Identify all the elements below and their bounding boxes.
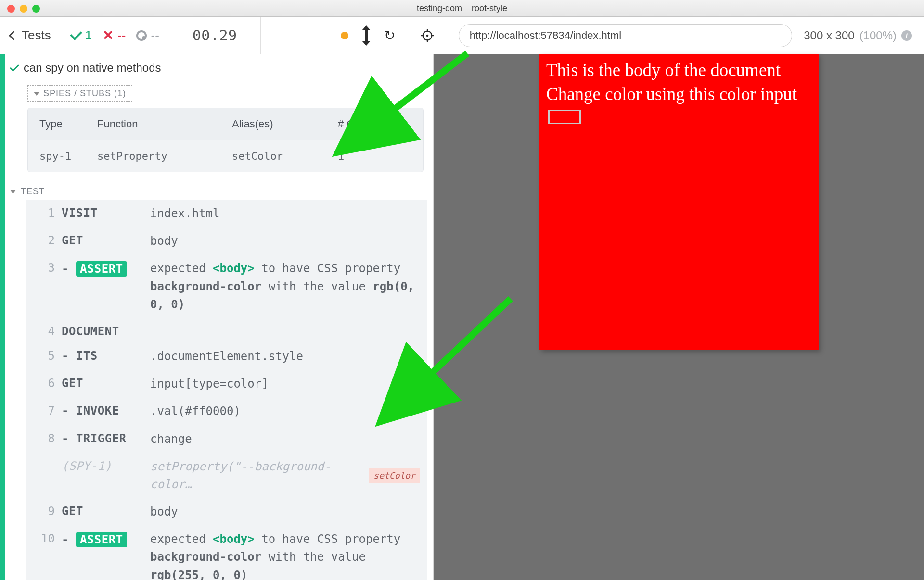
dimensions-text: 300 x 300 — [804, 29, 854, 42]
spies-stubs-toggle[interactable]: SPIES / STUBS (1) — [27, 85, 132, 102]
test-title-row[interactable]: can spy on native methods — [0, 54, 433, 81]
mac-window: testing-dom__root-style Tests 1 ✕-- -- 0… — [0, 0, 924, 580]
back-label: Tests — [22, 28, 51, 43]
assert-message: expected <body> to have CSS property bac… — [150, 530, 420, 580]
spies-header: Type Function Alias(es) # Calls — [28, 108, 423, 140]
caret-down-icon — [10, 190, 16, 194]
cmd-get-body-2[interactable]: 9GETbody — [26, 498, 427, 526]
col-type: Type — [39, 118, 97, 130]
test-body-label: TEST — [21, 187, 45, 197]
url-text: http://localhost:57834/index.html — [470, 29, 622, 42]
cmd-assert-css-red[interactable]: 10- ASSERTexpected <body> to have CSS pr… — [26, 526, 427, 580]
test-body-toggle[interactable]: TEST — [10, 187, 433, 197]
check-icon — [10, 62, 19, 72]
assert-badge: ASSERT — [76, 261, 127, 277]
cmd-visit[interactable]: 1VISITindex.html — [26, 200, 427, 227]
alias-pill: setColor — [369, 468, 420, 483]
stats-pending: -- — [136, 28, 159, 43]
cmd-trigger-change[interactable]: 8- TRIGGERchange — [26, 426, 427, 453]
cmd-its-style[interactable]: 5- ITS.documentElement.style — [26, 343, 427, 370]
col-function: Function — [97, 118, 232, 130]
svg-point-1 — [426, 34, 428, 37]
command-log: 1VISITindex.html 2GETbody 3- ASSERTexpec… — [26, 200, 427, 580]
app-root: testing-dom__root-style Tests 1 ✕-- -- 0… — [0, 0, 924, 580]
crosshair-icon — [421, 29, 434, 42]
col-calls: # Calls — [338, 118, 411, 130]
aut-iframe[interactable]: This is the body of the document Change … — [539, 54, 819, 350]
viewport-controls: ↻ — [328, 17, 408, 54]
cmd-invoke-val[interactable]: 7- INVOKE.val(#ff0000) — [26, 398, 427, 425]
color-input[interactable] — [548, 110, 581, 124]
spy-function: setProperty — [97, 150, 232, 162]
running-indicator-icon — [341, 32, 348, 39]
selector-playground-button[interactable] — [408, 17, 447, 54]
zoom-percent: (100%) — [860, 29, 897, 42]
chevron-left-icon — [9, 31, 18, 40]
cmd-get-colorinput[interactable]: 6GETinput[type=color] — [26, 370, 427, 398]
failed-count: -- — [117, 28, 126, 43]
viewport-dimensions: 300 x 300 (100%) i — [804, 29, 912, 42]
spies-row[interactable]: spy-1 setProperty setColor 1 — [28, 140, 423, 172]
assert-message: expected <body> to have CSS property bac… — [150, 260, 420, 314]
assert-badge: ASSERT — [76, 532, 127, 547]
content-area: can spy on native methods SPIES / STUBS … — [0, 54, 924, 580]
info-icon[interactable]: i — [901, 30, 912, 41]
command-log-panel: can spy on native methods SPIES / STUBS … — [0, 54, 434, 580]
cmd-get-body[interactable]: 2GETbody — [26, 227, 427, 255]
spies-table: Type Function Alias(es) # Calls spy-1 se… — [27, 108, 424, 172]
app-preview-pane: This is the body of the document Change … — [434, 54, 924, 580]
window-title: testing-dom__root-style — [0, 3, 924, 13]
body-text-2: Change color using this color input — [539, 81, 819, 124]
pending-count: -- — [151, 28, 159, 43]
check-icon — [70, 28, 82, 40]
spies-stubs-label: SPIES / STUBS (1) — [43, 88, 126, 99]
spy-calls: 1 — [338, 150, 411, 162]
test-duration: 00.29 — [179, 27, 251, 44]
cmd-document[interactable]: 4DOCUMENT — [26, 318, 427, 343]
col-alias: Alias(es) — [232, 118, 338, 130]
pass-bar — [0, 54, 5, 580]
url-input[interactable]: http://localhost:57834/index.html — [459, 24, 793, 47]
spy-type: spy-1 — [39, 150, 97, 162]
passed-count: 1 — [85, 28, 92, 43]
auto-scroll-toggle[interactable] — [365, 29, 368, 42]
stats-passed: 1 — [71, 28, 92, 43]
back-to-tests[interactable]: Tests — [0, 17, 61, 54]
body-text-1: This is the body of the document — [539, 54, 819, 81]
spy-alias: setColor — [232, 150, 338, 162]
caret-down-icon — [34, 92, 39, 96]
cmd-assert-css-black[interactable]: 3- ASSERTexpected <body> to have CSS pro… — [26, 255, 427, 318]
pending-icon — [136, 30, 147, 41]
cross-icon: ✕ — [103, 27, 114, 43]
toolbar: Tests 1 ✕-- -- 00.29 ↻ http://localhost:… — [0, 17, 924, 54]
stats-failed: ✕-- — [103, 27, 126, 43]
cmd-spy-call[interactable]: (SPY-1)setProperty("--background-color…s… — [26, 453, 427, 498]
titlebar: testing-dom__root-style — [0, 0, 924, 17]
spy-call-text: setProperty("--background-color… — [150, 458, 369, 493]
test-title: can spy on native methods — [24, 61, 161, 75]
reload-button[interactable]: ↻ — [384, 27, 395, 43]
